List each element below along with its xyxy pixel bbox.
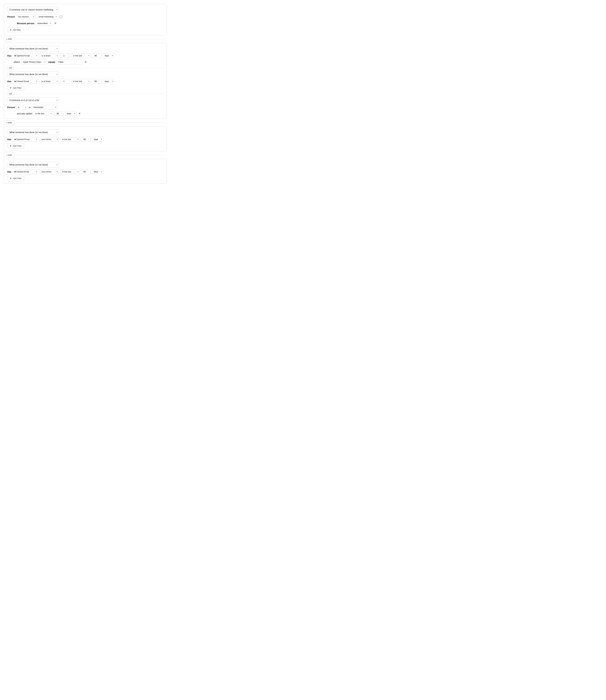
and-line-1 bbox=[16, 39, 167, 39]
count-type-select-2[interactable]: is at least bbox=[40, 79, 59, 84]
and-connector-2: + AND bbox=[4, 119, 167, 127]
has-label-3: Has bbox=[7, 138, 11, 141]
add-filter-button-4[interactable]: ▼ Add Filter bbox=[7, 176, 24, 181]
days-input-4[interactable] bbox=[81, 170, 91, 174]
add-filter-button-2[interactable]: ▼ Add Filter bbox=[7, 86, 24, 90]
marketing-type-select[interactable]: email marketing bbox=[37, 14, 58, 19]
or-button-2[interactable]: OR bbox=[7, 92, 14, 96]
and-button-1[interactable]: + AND bbox=[4, 37, 14, 41]
filter-icon-2: ▼ bbox=[10, 87, 12, 89]
in-label: in bbox=[29, 106, 30, 109]
and-button-3[interactable]: + AND bbox=[4, 153, 14, 157]
add-filter-label-1: Add filter bbox=[13, 29, 21, 31]
person-label: Person bbox=[7, 16, 15, 18]
add-filter-label-3: Add Filter bbox=[13, 145, 22, 147]
add-filter-button-1[interactable]: ▼ Add filter bbox=[7, 27, 23, 32]
zero-times-select-1[interactable]: zero times bbox=[40, 137, 59, 142]
clicked-email-select-2[interactable]: ■ Clicked Email bbox=[13, 170, 39, 174]
add-filter-label-4: Add Filter bbox=[13, 177, 22, 180]
block-opened-zero: What someone has done (or not done) Has … bbox=[4, 127, 167, 151]
what-done-select-4[interactable]: What someone has done (or not done) bbox=[7, 162, 59, 167]
remove-added-button[interactable]: ✕ bbox=[78, 112, 81, 115]
remove-where-button[interactable]: ✕ bbox=[84, 61, 88, 64]
has-label-4: Has bbox=[7, 171, 11, 173]
unit-select-4[interactable]: days bbox=[92, 170, 103, 174]
or-button-1[interactable]: OR bbox=[7, 66, 14, 70]
time-type-select-2[interactable]: in the last bbox=[71, 79, 91, 84]
and-button-2[interactable]: + AND bbox=[4, 120, 14, 125]
apple-privacy-select[interactable]: Apple Privacy Open bbox=[21, 60, 47, 64]
where-label-1: where bbox=[14, 61, 20, 63]
and-was-added-label: and was added bbox=[17, 112, 32, 115]
filter-icon-4: ▼ bbox=[10, 177, 12, 180]
or-line-2 bbox=[15, 94, 164, 94]
opened-email-select-1[interactable]: ■ Opened Email bbox=[13, 53, 39, 58]
and-line-2 bbox=[16, 122, 167, 123]
and-was-added-row: and was added in the last days ✕ bbox=[17, 111, 163, 116]
count-number-input-2[interactable] bbox=[61, 79, 70, 84]
count-number-input-1[interactable] bbox=[61, 53, 70, 58]
list-select[interactable]: Newsletter bbox=[32, 105, 57, 110]
days-input-2[interactable] bbox=[92, 79, 102, 84]
what-done-select-1[interactable]: What someone has done (or not done) bbox=[7, 46, 59, 51]
add-filter-button-3[interactable]: ▼ Add Filter bbox=[7, 143, 24, 148]
what-done-select-3[interactable]: What someone has done (or not done) bbox=[7, 130, 59, 135]
block-clicked-zero: What someone has done (or not done) Has … bbox=[4, 159, 167, 184]
and-line-3 bbox=[16, 155, 167, 155]
time-type-select-4[interactable]: in the last bbox=[61, 170, 80, 174]
clicked-email-select-1[interactable]: ■ Clicked Email bbox=[13, 79, 39, 84]
subscribed-select[interactable]: subscribed bbox=[36, 21, 52, 26]
days-input-1[interactable] bbox=[92, 53, 102, 58]
added-time-select[interactable]: in the last bbox=[33, 111, 53, 116]
zero-times-select-2[interactable]: zero times bbox=[40, 170, 59, 174]
opened-email-select-2[interactable]: ■ Opened Email bbox=[13, 137, 39, 142]
time-type-select-1[interactable]: in the last bbox=[71, 53, 91, 58]
because-person-label: Because person bbox=[17, 22, 34, 25]
and-connector-3: + AND bbox=[4, 151, 167, 159]
has-label-2: Has bbox=[7, 80, 11, 83]
person-label-3: Person bbox=[7, 106, 15, 109]
add-filter-label-2: Add Filter bbox=[13, 87, 22, 89]
is-select[interactable]: is bbox=[16, 105, 27, 110]
or-connector-2: OR bbox=[7, 90, 163, 97]
equals-value-input[interactable] bbox=[57, 60, 83, 64]
where-row-1: where Apple Privacy Open equals ✕ bbox=[14, 60, 163, 64]
has-label-1: Has bbox=[7, 54, 11, 57]
and-connector-1: + AND bbox=[4, 35, 167, 43]
added-unit-select[interactable]: days bbox=[65, 111, 76, 116]
equals-label-1: equals bbox=[48, 61, 55, 63]
remove-because-button[interactable]: ✕ bbox=[53, 22, 57, 25]
unit-select-3[interactable]: days bbox=[92, 137, 103, 142]
unit-select-2[interactable]: days bbox=[103, 79, 114, 84]
list-main-select[interactable]: If someone is in or not in a list bbox=[7, 97, 59, 103]
or-connector-1: OR bbox=[7, 64, 163, 71]
time-type-select-3[interactable]: in the last bbox=[61, 137, 80, 142]
info-icon[interactable]: i bbox=[59, 15, 63, 18]
block-or-group: What someone has done (or not done) Has … bbox=[4, 43, 167, 119]
days-input-3[interactable] bbox=[81, 137, 91, 142]
block-marketing: If someone can or cannot receive marketi… bbox=[4, 4, 167, 35]
unit-select-1[interactable]: days bbox=[103, 53, 114, 58]
filter-icon-3: ▼ bbox=[10, 145, 12, 147]
filter-icon-1: ▼ bbox=[10, 29, 12, 31]
added-days-input[interactable] bbox=[54, 111, 64, 116]
marketing-main-select[interactable]: If someone can or cannot receive marketi… bbox=[7, 7, 59, 13]
count-type-select-1[interactable]: is at least bbox=[40, 53, 59, 58]
what-done-select-2[interactable]: What someone has done (or not done) bbox=[7, 71, 59, 77]
can-receive-select[interactable]: can receive bbox=[16, 14, 36, 19]
